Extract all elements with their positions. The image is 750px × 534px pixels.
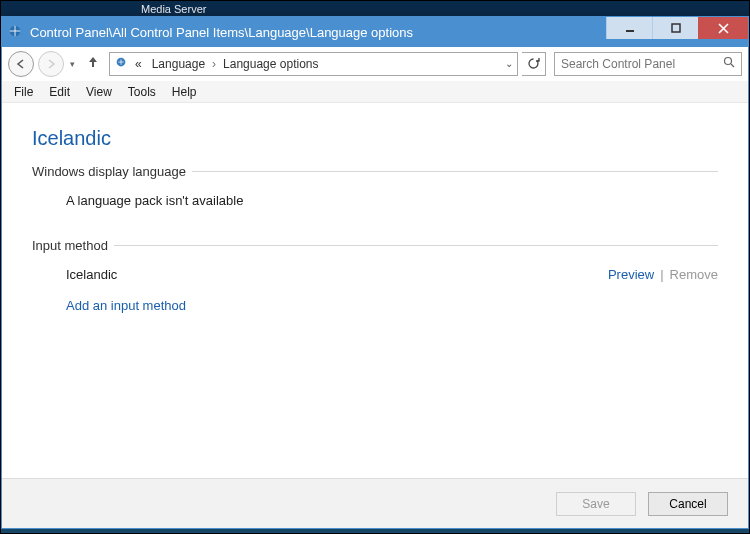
input-method-row: Icelandic Preview | Remove bbox=[66, 265, 718, 286]
search-icon bbox=[723, 56, 735, 71]
arrow-left-icon bbox=[15, 58, 27, 70]
address-dropdown[interactable]: ⌄ bbox=[505, 58, 513, 69]
system-icon bbox=[2, 24, 28, 41]
menu-edit[interactable]: Edit bbox=[41, 83, 78, 101]
separator: | bbox=[654, 265, 669, 286]
remove-link: Remove bbox=[670, 265, 718, 286]
back-button[interactable] bbox=[8, 51, 34, 77]
section-label: Input method bbox=[32, 238, 114, 253]
content-area: Icelandic Windows display language A lan… bbox=[2, 103, 748, 478]
menu-view[interactable]: View bbox=[78, 83, 120, 101]
menu-tools[interactable]: Tools bbox=[120, 83, 164, 101]
address-bar[interactable]: « Language › Language options ⌄ bbox=[109, 52, 518, 76]
refresh-icon bbox=[527, 57, 540, 70]
footer-bar: Save Cancel bbox=[2, 478, 748, 528]
section-label: Windows display language bbox=[32, 164, 192, 179]
refresh-button[interactable] bbox=[522, 52, 546, 76]
window-title: Control Panel\All Control Panel Items\La… bbox=[28, 25, 606, 40]
svg-rect-1 bbox=[626, 30, 634, 32]
breadcrumb-prefix: « bbox=[132, 57, 145, 71]
preview-link[interactable]: Preview bbox=[608, 265, 654, 286]
save-button[interactable]: Save bbox=[556, 492, 636, 516]
recent-dropdown[interactable]: ▾ bbox=[68, 59, 77, 69]
add-input-method-link[interactable]: Add an input method bbox=[66, 296, 718, 317]
location-icon bbox=[114, 55, 128, 72]
separator-line bbox=[114, 245, 718, 246]
breadcrumb-item[interactable]: Language options bbox=[220, 57, 321, 71]
menubar: File Edit View Tools Help bbox=[2, 81, 748, 103]
desktop-icon-label: Media Server bbox=[141, 3, 206, 15]
menu-file[interactable]: File bbox=[6, 83, 41, 101]
up-button[interactable] bbox=[81, 55, 105, 72]
search-box[interactable] bbox=[554, 52, 742, 76]
control-panel-window: Control Panel\All Control Panel Items\La… bbox=[1, 16, 749, 529]
forward-button[interactable] bbox=[38, 51, 64, 77]
titlebar: Control Panel\All Control Panel Items\La… bbox=[2, 17, 748, 47]
svg-rect-2 bbox=[672, 24, 680, 32]
separator-line bbox=[192, 171, 718, 172]
arrow-up-icon bbox=[87, 55, 99, 69]
page-title: Icelandic bbox=[32, 127, 718, 150]
maximize-button[interactable] bbox=[652, 17, 698, 39]
input-method-name: Icelandic bbox=[66, 265, 608, 286]
navbar: ▾ « Language › Language options ⌄ bbox=[2, 47, 748, 81]
cancel-button[interactable]: Cancel bbox=[648, 492, 728, 516]
section-display-language: Windows display language bbox=[32, 164, 718, 179]
menu-help[interactable]: Help bbox=[164, 83, 205, 101]
search-input[interactable] bbox=[561, 57, 723, 71]
svg-point-4 bbox=[725, 58, 732, 65]
arrow-right-icon bbox=[45, 58, 57, 70]
chevron-right-icon[interactable]: › bbox=[212, 57, 216, 71]
display-language-status: A language pack isn't available bbox=[66, 191, 718, 212]
minimize-button[interactable] bbox=[606, 17, 652, 39]
close-button[interactable] bbox=[698, 17, 748, 39]
breadcrumb-item[interactable]: Language bbox=[149, 57, 208, 71]
section-input-method: Input method bbox=[32, 238, 718, 253]
